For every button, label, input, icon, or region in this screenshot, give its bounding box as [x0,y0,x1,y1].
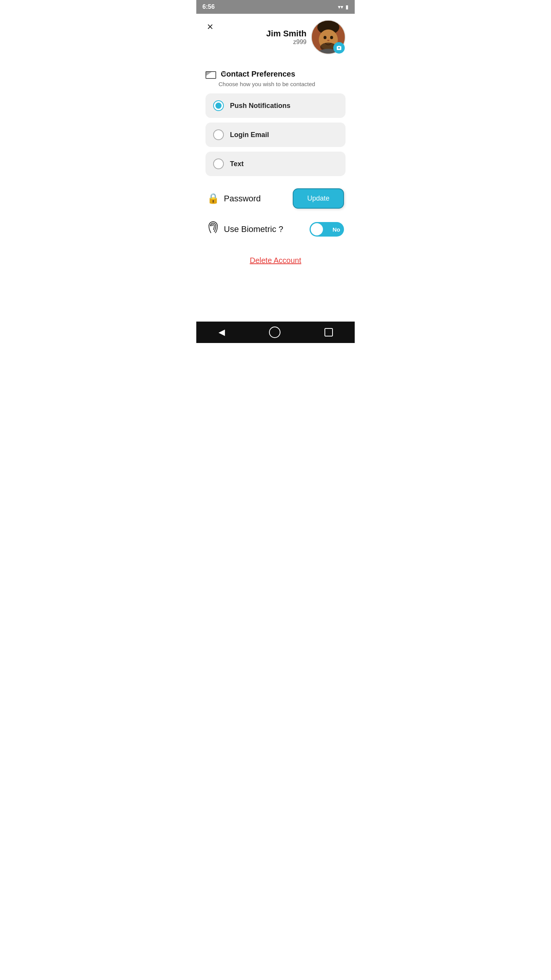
profile-name: Jim Smith [266,29,306,39]
section-header-contact: Contact Preferences [205,70,346,78]
biometric-section: Use Biometric ? No [205,221,346,238]
radio-option-email[interactable]: Login Email [205,122,346,147]
nav-recents-icon [324,328,333,336]
battery-icon: ▮ [346,4,349,10]
profile-block: Jim Smith z999 [266,20,346,54]
nav-recents-button[interactable] [317,327,341,338]
profile-id: z999 [266,39,306,46]
status-time: 6:56 [202,3,215,10]
biometric-toggle[interactable]: No [310,222,344,237]
nav-back-button[interactable]: ◀ [211,326,233,339]
password-label: Password [224,194,261,204]
status-icons: ▾▾ ▮ [338,4,349,10]
password-section: 🔒 Password Update [205,188,346,209]
svg-point-3 [324,36,327,39]
radio-push[interactable] [213,100,224,111]
nav-bar: ◀ [196,322,355,343]
wifi-icon: ▾▾ [338,4,343,10]
main-content: × Jim Smith z999 [196,14,355,322]
radio-options: Push Notifications Login Email Text [205,93,346,176]
top-row: × Jim Smith z999 [205,20,346,54]
radio-text-label: Text [230,160,244,168]
update-password-button[interactable]: Update [293,188,344,209]
profile-info: Jim Smith z999 [266,29,306,46]
radio-text[interactable] [213,158,224,169]
contact-preferences-section: Contact Preferences Choose how you wish … [205,70,346,176]
camera-badge[interactable] [333,42,345,54]
contact-preferences-subtitle: Choose how you wish to be contacted [218,81,346,87]
envelope-icon [205,71,216,79]
biometric-left: Use Biometric ? [207,221,283,238]
svg-point-4 [330,36,333,39]
delete-account-button[interactable]: Delete Account [250,256,302,265]
nav-home-icon [269,327,280,338]
svg-point-5 [327,40,329,41]
password-left: 🔒 Password [207,193,261,204]
contact-preferences-title: Contact Preferences [221,70,295,78]
fingerprint-icon [207,221,219,238]
radio-email-label: Login Email [230,131,269,139]
biometric-label: Use Biometric ? [224,224,283,234]
status-bar: 6:56 ▾▾ ▮ [196,0,355,14]
camera-icon [336,45,342,51]
radio-option-text[interactable]: Text [205,152,346,176]
toggle-knob [311,223,323,235]
close-button[interactable]: × [205,20,215,34]
radio-email[interactable] [213,129,224,140]
toggle-text: No [333,226,340,233]
nav-home-button[interactable] [261,325,288,340]
delete-account-section: Delete Account [205,256,346,265]
radio-push-label: Push Notifications [230,102,290,110]
lock-icon: 🔒 [207,193,219,204]
radio-option-push[interactable]: Push Notifications [205,93,346,118]
avatar-wrapper [311,20,346,54]
